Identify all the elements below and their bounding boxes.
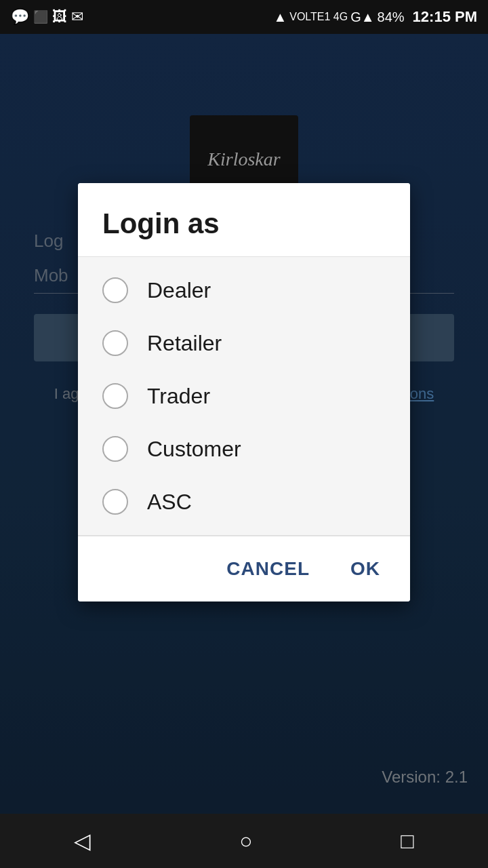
dialog-options: Dealer Retailer Trader Customer ASC [78, 257, 410, 535]
radio-dealer [102, 277, 128, 303]
back-button[interactable]: ◁ [74, 828, 91, 854]
status-left: 💬 ⬛ 🖼 ✉ [11, 8, 83, 26]
label-dealer: Dealer [147, 278, 211, 303]
app-icon-1: ⬛ [33, 9, 48, 24]
wifi-icon: ▲ [273, 9, 287, 25]
option-customer[interactable]: Customer [78, 422, 410, 475]
bottom-nav: ◁ ○ □ [0, 814, 488, 868]
dialog-title-area: Login as [78, 183, 410, 257]
status-bar: 💬 ⬛ 🖼 ✉ ▲ VOLTE1 4G G▲ 84% 12:15 PM [0, 0, 488, 34]
cancel-button[interactable]: CANCEL [213, 550, 323, 588]
login-as-dialog: Login as Dealer Retailer Trader Customer… [78, 183, 410, 601]
label-asc: ASC [147, 490, 192, 515]
dialog-actions: CANCEL OK [78, 536, 410, 601]
option-retailer[interactable]: Retailer [78, 317, 410, 370]
notification-icon: 💬 [11, 8, 29, 26]
clock: 12:15 PM [413, 8, 477, 26]
label-trader: Trader [147, 384, 210, 409]
dialog-title: Login as [102, 208, 386, 240]
radio-asc [102, 489, 128, 515]
image-icon: 🖼 [52, 8, 67, 26]
ok-button[interactable]: OK [337, 550, 394, 588]
label-retailer: Retailer [147, 331, 222, 356]
option-dealer[interactable]: Dealer [78, 264, 410, 317]
option-trader[interactable]: Trader [78, 370, 410, 422]
radio-trader [102, 383, 128, 409]
battery-text: 84% [378, 9, 405, 25]
status-right: ▲ VOLTE1 4G G▲ 84% 12:15 PM [273, 8, 477, 26]
signal-text: VOLTE1 4G [289, 11, 348, 23]
label-customer: Customer [147, 437, 241, 462]
mail-icon: ✉ [71, 8, 83, 26]
option-asc[interactable]: ASC [78, 475, 410, 528]
radio-retailer [102, 330, 128, 356]
recents-button[interactable]: □ [401, 829, 413, 854]
radio-customer [102, 436, 128, 462]
network-icon: G▲ [350, 9, 374, 25]
home-button[interactable]: ○ [239, 829, 252, 854]
